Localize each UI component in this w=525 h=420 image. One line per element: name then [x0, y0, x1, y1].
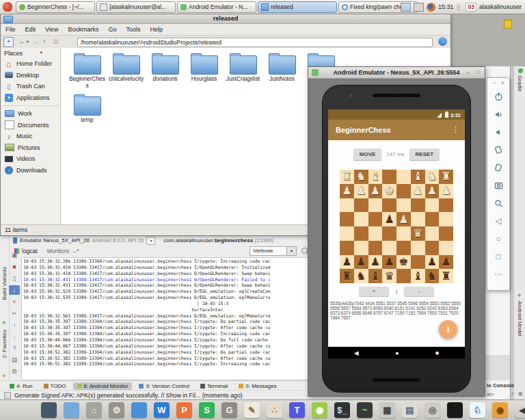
maximize-icon[interactable]: □ [476, 67, 480, 78]
board-square[interactable] [396, 198, 411, 213]
help-icon[interactable]: ? [9, 343, 20, 353]
board-square[interactable]: ♞ [354, 269, 368, 283]
board-square[interactable] [396, 226, 411, 241]
board-square[interactable]: ♚ [396, 255, 411, 270]
depth-minus-button[interactable]: - [404, 287, 434, 296]
board-square[interactable] [411, 241, 425, 255]
back-icon[interactable]: ◀ [354, 350, 359, 356]
board-square[interactable] [425, 212, 440, 226]
log-level-dropdown[interactable]: ▾ [286, 246, 297, 256]
tab-favorites[interactable]: 2: Favorites [1, 330, 8, 358]
board-square[interactable] [425, 241, 440, 255]
board-square[interactable] [368, 198, 383, 213]
board-square[interactable]: ♟ [382, 212, 396, 226]
board-square[interactable]: ♝ [411, 269, 425, 283]
show-desktop[interactable] [41, 402, 57, 418]
board-square[interactable]: ♟ [340, 184, 354, 198]
text-editor[interactable]: ✎ [244, 402, 260, 418]
taskbar-window-button[interactable]: [alaskalinuxuser@al... [96, 1, 176, 13]
board-square[interactable] [382, 170, 396, 184]
path-bar[interactable]: /home/alaskalinuxuser/AndroidStudioProje… [77, 38, 433, 47]
minimize-icon[interactable]: − [466, 67, 470, 78]
log-level-select[interactable]: Verbose [250, 246, 289, 256]
go-icon[interactable]: → [438, 37, 447, 46]
board-square[interactable] [340, 241, 354, 255]
board-square[interactable]: ♝ [411, 170, 425, 184]
up-icon[interactable]: ↑ [9, 320, 20, 330]
board-square[interactable]: ♛ [411, 226, 425, 241]
depth-plus-button[interactable]: + [359, 287, 389, 296]
tab-build-variants[interactable]: Build Variants [1, 267, 8, 300]
board-square[interactable] [354, 198, 368, 213]
board-square[interactable] [354, 226, 368, 241]
wps-presentation[interactable]: P [176, 402, 192, 418]
folder-item[interactable]: criticalvelocity [107, 55, 146, 89]
place-item[interactable]: Documents [1, 120, 60, 131]
board-square[interactable]: ♟ [354, 255, 368, 270]
distro-menu-icon[interactable] [3, 2, 12, 12]
board-square[interactable] [411, 255, 425, 270]
tetris-app[interactable]: T [289, 402, 305, 418]
place-item[interactable]: Downloads [1, 165, 60, 176]
menu-item[interactable]: Edit [21, 26, 41, 33]
emulator-robot[interactable]: ♘ [470, 402, 485, 418]
folder-item[interactable]: BeginnerChess [68, 55, 107, 89]
print-icon[interactable]: ▤ [9, 355, 20, 365]
place-item[interactable]: Desktop [1, 70, 60, 81]
taskbar-window-button[interactable]: Android Emulator - N... [177, 1, 256, 13]
gimp[interactable]: G [221, 402, 237, 418]
board-square[interactable]: ♞ [425, 170, 440, 184]
close-icon[interactable]: × [9, 297, 20, 306]
board-square[interactable]: ♟ [382, 255, 396, 270]
board-square[interactable]: ♟ [425, 184, 440, 198]
tool-window-tab[interactable]: 9: Version Control [135, 382, 193, 390]
board-square[interactable] [396, 241, 411, 255]
board-square[interactable] [396, 184, 411, 198]
tool-window-tab[interactable]: 0: Messages [234, 382, 280, 390]
board-square[interactable]: ♟ [439, 184, 453, 198]
board-square[interactable]: ♟ [340, 255, 354, 270]
board-square[interactable]: ♞ [425, 269, 440, 283]
terminal[interactable]: $_ [334, 402, 350, 418]
back-dropdown-icon[interactable]: ▾ [27, 37, 29, 47]
rotate-right-icon[interactable] [487, 159, 509, 176]
more-icon[interactable]: ⋯ [487, 265, 509, 283]
menu-item[interactable]: Go [103, 26, 121, 33]
tab-gradle[interactable]: Gradle [517, 75, 523, 92]
menu-item[interactable]: Help [145, 26, 167, 33]
board-square[interactable] [340, 212, 354, 226]
minimize-icon[interactable]: − [492, 78, 496, 88]
firefox-icon[interactable] [427, 3, 435, 12]
pager-desktop-1[interactable] [401, 3, 411, 12]
rotate-left-icon[interactable] [487, 141, 509, 159]
folder-item[interactable]: JustCraigslist [224, 55, 262, 89]
board-square[interactable]: ♜ [340, 170, 354, 184]
wrap-icon[interactable]: ↵ [9, 309, 20, 318]
reset-button[interactable]: RESET [409, 148, 440, 160]
folder-item[interactable]: Hourglass [185, 55, 224, 89]
tab-android-model[interactable]: Android Model [517, 301, 523, 337]
chromium-browser[interactable] [131, 402, 147, 418]
calculator[interactable]: ▦ [379, 402, 395, 418]
recents-icon[interactable]: ■ [435, 350, 439, 356]
place-item[interactable]: Pictures [1, 142, 60, 154]
trash-icon[interactable]: ▯ [9, 274, 20, 283]
tab-monitors[interactable]: Monitors →* [47, 248, 79, 254]
board-square[interactable] [368, 241, 383, 255]
overview-icon[interactable]: □ [487, 248, 509, 265]
gear-icon[interactable]: ⚙ [9, 367, 20, 376]
close-icon[interactable]: × [501, 78, 504, 88]
console-grid-icon[interactable]: ▦ [518, 391, 523, 397]
camera-icon[interactable]: ▣ [9, 250, 20, 260]
board-square[interactable] [354, 241, 368, 255]
gradle-console-tab[interactable]: le Console [487, 382, 514, 389]
board-square[interactable] [439, 241, 453, 255]
places-header[interactable]: Places▾ [1, 48, 60, 58]
screenshot-tool[interactable]: ◎ [425, 402, 440, 418]
window-titlebar[interactable]: released [1, 14, 450, 24]
board-square[interactable] [411, 212, 425, 226]
back-icon[interactable]: ← [18, 37, 26, 46]
board-square[interactable]: ♟ [368, 255, 383, 270]
phone[interactable] [447, 402, 463, 418]
place-item[interactable]: Applications [1, 92, 60, 104]
